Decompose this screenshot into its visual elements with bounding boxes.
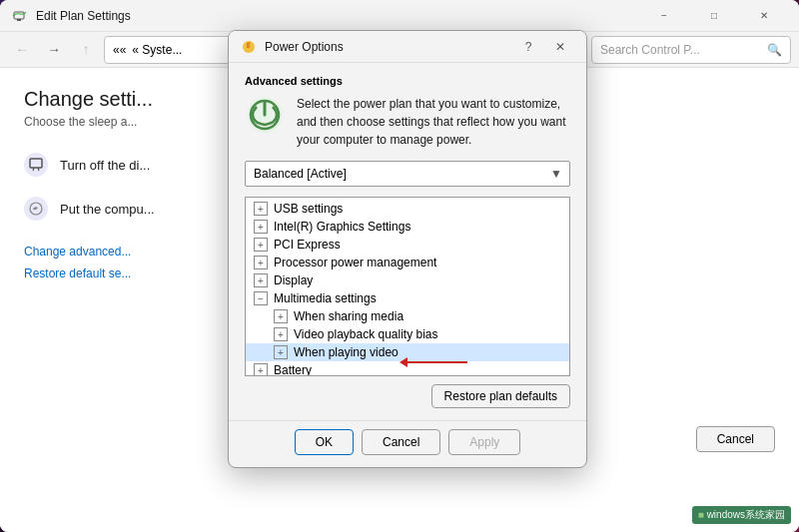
back-button[interactable]: ← (8, 36, 36, 64)
tree-label: Multimedia settings (274, 291, 377, 305)
dialog-header-section: Select the power plan that you want to c… (245, 95, 570, 149)
tree-item[interactable]: + USB settings (246, 200, 569, 218)
window-controls: − □ ✕ (641, 0, 787, 32)
settings-tree[interactable]: + USB settings + Intel(R) Graphics Setti… (245, 197, 570, 376)
sleep-icon (24, 197, 48, 221)
address-icon: «« (113, 43, 126, 57)
minimize-button[interactable]: − (641, 0, 687, 32)
svg-rect-2 (30, 159, 42, 168)
dialog-help-button[interactable]: ? (514, 33, 542, 61)
expand-icon[interactable]: + (254, 273, 268, 287)
tree-item[interactable]: + Display (246, 271, 569, 289)
svg-rect-1 (17, 19, 21, 21)
expand-icon[interactable]: − (254, 291, 268, 305)
tree-item[interactable]: + Video playback quality bias (246, 325, 569, 343)
expand-icon[interactable]: + (274, 327, 288, 341)
setting-label-sleep: Put the compu... (60, 202, 155, 217)
plan-dropdown[interactable]: Balanced [Active] (245, 161, 570, 187)
advanced-settings-label: Advanced settings (245, 75, 570, 87)
watermark: ■ windows系统家园 (692, 506, 791, 524)
tree-label: Intel(R) Graphics Settings (274, 220, 410, 234)
search-box[interactable]: Search Control P... 🔍 (591, 36, 791, 64)
display-icon (24, 153, 48, 177)
tree-label: When playing video (294, 345, 399, 359)
expand-icon[interactable]: + (254, 238, 268, 252)
setting-label-display: Turn off the di... (60, 158, 150, 173)
expand-icon[interactable]: + (274, 345, 288, 359)
maximize-button[interactable]: □ (691, 0, 737, 32)
forward-button[interactable]: → (40, 36, 68, 64)
tree-label: Processor power management (274, 256, 436, 269)
dialog-header-text: Select the power plan that you want to c… (297, 95, 570, 149)
title-bar-icon (12, 8, 28, 24)
tree-item[interactable]: + Processor power management (246, 254, 569, 271)
main-cancel-button[interactable]: Cancel (696, 426, 775, 452)
tree-item[interactable]: − Multimedia settings (246, 289, 569, 307)
dialog-title-icon (241, 39, 257, 55)
tree-item[interactable]: + When sharing media (246, 307, 569, 325)
expand-icon[interactable]: + (254, 256, 268, 269)
dialog-controls: ? ✕ (514, 33, 574, 61)
dialog-title-bar: Power Options ? ✕ (229, 31, 586, 63)
dialog-power-icon (245, 95, 285, 149)
dialog-action-buttons: OK Cancel Apply (229, 420, 586, 467)
tree-label: Display (274, 273, 313, 287)
apply-button[interactable]: Apply (448, 429, 520, 455)
title-bar-title: Edit Plan Settings (36, 9, 641, 23)
search-placeholder: Search Control P... (600, 43, 700, 57)
title-bar: Edit Plan Settings − □ ✕ (0, 0, 799, 32)
tree-item[interactable]: + Intel(R) Graphics Settings (246, 218, 569, 236)
watermark-icon: ■ (698, 509, 704, 520)
tree-label: PCI Express (274, 238, 341, 252)
restore-plan-defaults-button[interactable]: Restore plan defaults (431, 384, 570, 408)
expand-icon[interactable]: + (274, 309, 288, 323)
cancel-button[interactable]: Cancel (362, 429, 440, 455)
address-text: « Syste... (132, 43, 182, 57)
search-icon: 🔍 (767, 43, 782, 57)
ok-button[interactable]: OK (295, 429, 354, 455)
tree-label: When sharing media (294, 309, 403, 323)
dropdown-row: Balanced [Active] ▼ (245, 161, 570, 187)
expand-icon[interactable]: + (254, 220, 268, 234)
tree-item[interactable]: + PCI Express (246, 236, 569, 254)
dialog-close-button[interactable]: ✕ (546, 33, 574, 61)
tree-label: Battery (274, 363, 312, 376)
dialog-content: Advanced settings Select the power plan … (229, 63, 586, 420)
tree-item[interactable]: + When playing video (246, 343, 569, 361)
restore-row: Restore plan defaults (245, 376, 570, 408)
watermark-text: windows系统家园 (707, 509, 785, 520)
close-button[interactable]: ✕ (741, 0, 787, 32)
tree-label: Video playback quality bias (294, 327, 438, 341)
power-options-dialog: Power Options ? ✕ Advanced settings Sele… (228, 30, 587, 468)
tree-item[interactable]: + Battery (246, 361, 569, 376)
svg-rect-0 (14, 12, 24, 19)
dialog-title-text: Power Options (265, 40, 514, 54)
expand-icon[interactable]: + (254, 363, 268, 376)
expand-icon[interactable]: + (254, 202, 268, 216)
tree-label: USB settings (274, 202, 343, 216)
up-button[interactable]: ↑ (72, 36, 100, 64)
